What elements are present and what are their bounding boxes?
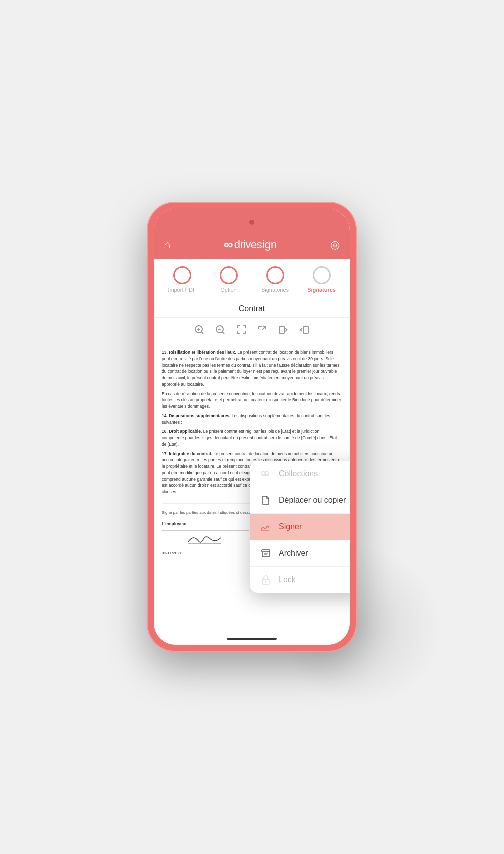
phone-frame: ⌂ ∞ drive sign ◎ Import PDF Option <box>147 202 357 652</box>
menu-item-collections[interactable]: Collections › <box>250 461 350 488</box>
logo-infinity: ∞ <box>224 237 234 252</box>
menu-item-archive[interactable]: Archiver <box>250 540 350 567</box>
archive-label: Archiver <box>279 549 308 558</box>
step-circle-import <box>174 266 192 284</box>
step-import-pdf[interactable]: Import PDF <box>159 266 206 293</box>
notch-camera <box>250 220 254 225</box>
context-menu: Collections › Déplacer ou copier <box>250 461 350 593</box>
svg-rect-22 <box>264 554 268 554</box>
step-circle-signatures <box>313 266 331 284</box>
app-header: ⌂ ∞ drive sign ◎ <box>154 231 350 260</box>
notch-bar <box>154 209 350 231</box>
app-logo: ∞ drive sign <box>224 237 277 252</box>
step-label-signatories: Signatories <box>262 287 289 293</box>
step-circle-signatories <box>266 266 284 284</box>
phone-wrapper: ⌂ ∞ drive sign ◎ Import PDF Option <box>102 127 402 727</box>
svg-line-10 <box>286 330 288 332</box>
step-circle-option <box>220 266 238 284</box>
section-13-body: Le présent contrat de location de biens … <box>162 350 340 387</box>
doc-section-14: 14. Dispositions supplémentaires. Les di… <box>162 413 342 426</box>
doc-section-16: 16. Droit applicable. Le présent contrat… <box>162 428 342 448</box>
svg-rect-15 <box>262 472 265 475</box>
employer-label: L'employeur <box>162 521 250 528</box>
menu-item-sign[interactable]: Signer <box>250 514 350 540</box>
svg-rect-21 <box>262 550 270 552</box>
doc-section-res: En cas de résiliation de la présente con… <box>162 391 342 410</box>
expand-button[interactable] <box>256 323 270 337</box>
svg-line-3 <box>202 332 204 334</box>
sig-date: 03/11/2021 <box>162 550 250 556</box>
section-res-body: En cas de résiliation de la présente con… <box>162 392 342 410</box>
document-area: 13. Résiliation et libération des lieux.… <box>154 342 350 633</box>
logo-drive: drive <box>234 238 257 252</box>
collections-icon <box>260 468 272 480</box>
file-icon <box>260 494 272 506</box>
move-copy-label: Déplacer ou copier <box>279 496 346 505</box>
page-right-button[interactable] <box>276 323 290 337</box>
profile-icon[interactable]: ◎ <box>330 238 340 252</box>
menu-item-move-copy[interactable]: Déplacer ou copier <box>250 488 350 514</box>
zoom-out-button[interactable] <box>214 323 228 337</box>
home-icon[interactable]: ⌂ <box>164 238 170 252</box>
svg-line-7 <box>262 326 266 330</box>
section-13-title: 13. Résiliation et libération des lieux. <box>162 350 236 355</box>
collections-label: Collections <box>279 470 318 478</box>
menu-item-lock[interactable]: Lock <box>250 567 350 593</box>
phone-inner: ⌂ ∞ drive sign ◎ Import PDF Option <box>154 209 350 645</box>
step-label-option: Option <box>220 287 236 293</box>
doc-toolbar <box>154 318 350 342</box>
lock-icon <box>260 574 272 586</box>
document-title: Contrat <box>154 298 350 318</box>
step-label-import: Import PDF <box>168 287 196 293</box>
sign-label: Signer <box>279 522 302 532</box>
employer-signature <box>162 530 250 548</box>
zoom-in-button[interactable] <box>192 323 206 337</box>
doc-section-13: 13. Résiliation et libération des lieux.… <box>162 350 342 388</box>
step-signatories[interactable]: Signatories <box>252 266 298 293</box>
svg-rect-8 <box>280 326 284 334</box>
notch <box>222 217 282 228</box>
home-bar <box>154 633 350 645</box>
sign-icon <box>260 521 272 533</box>
svg-rect-16 <box>266 472 268 475</box>
step-signatures[interactable]: Signatures <box>298 266 345 293</box>
archive-icon <box>260 548 272 560</box>
svg-rect-11 <box>304 326 308 334</box>
section-17-title: 17. Intégralité du contrat. <box>162 452 212 456</box>
employer-sig-block: L'employeur 03/11/2021 <box>162 521 250 556</box>
section-14-title: 14. Dispositions supplémentaires. <box>162 414 230 418</box>
svg-line-6 <box>222 332 224 334</box>
step-option[interactable]: Option <box>206 266 252 293</box>
step-label-signatures: Signatures <box>308 287 336 293</box>
logo-sign: sign <box>257 238 277 252</box>
fit-screen-button[interactable] <box>234 323 248 337</box>
home-indicator <box>227 638 277 640</box>
svg-line-13 <box>300 330 302 332</box>
steps-bar: Import PDF Option Signatories Signatures <box>154 260 350 298</box>
page-left-button[interactable] <box>298 323 312 337</box>
lock-label: Lock <box>279 576 296 584</box>
svg-point-24 <box>266 582 267 583</box>
section-16-title: 16. Droit applicable. <box>162 429 202 434</box>
